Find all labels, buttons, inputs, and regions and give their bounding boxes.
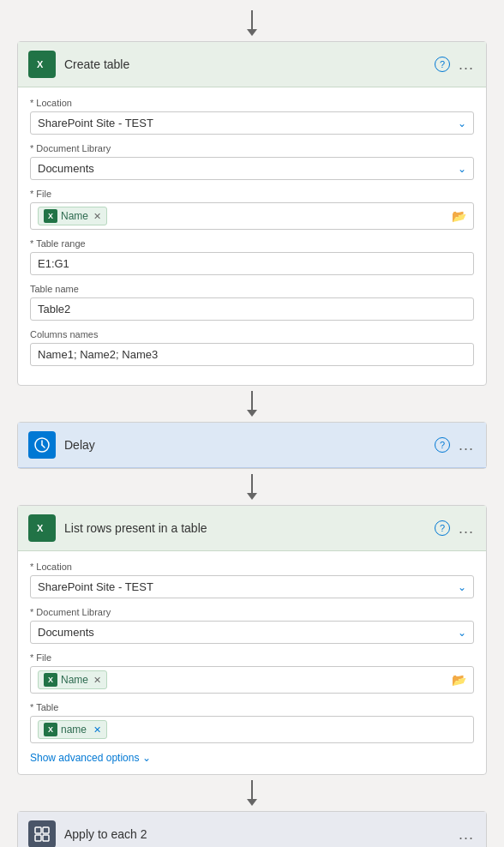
lr-location-dropdown-arrow: ⌄ bbox=[458, 581, 466, 593]
location-label: * Location bbox=[30, 98, 474, 108]
lr-table-field-group: * Table X name ✕ bbox=[30, 702, 474, 743]
arrow-head-1 bbox=[247, 410, 257, 417]
lr-file-field-group: * File X Name ✕ 📂 bbox=[30, 652, 474, 694]
create-table-menu[interactable]: ... bbox=[457, 56, 476, 74]
file-label: * File bbox=[30, 189, 474, 199]
location-field-group: * Location SharePoint Site - TEST ⌄ bbox=[30, 98, 474, 135]
create-table-body: * Location SharePoint Site - TEST ⌄ * Do… bbox=[18, 87, 486, 385]
svg-text:X: X bbox=[37, 59, 44, 69]
file-tag-field[interactable]: X Name ✕ 📂 bbox=[30, 202, 474, 230]
svg-rect-8 bbox=[43, 827, 49, 833]
show-advanced-label: Show advanced options bbox=[30, 752, 139, 764]
doc-library-dropdown[interactable]: Documents ⌄ bbox=[30, 157, 474, 180]
list-rows-header: X List rows present in a table ? ... bbox=[18, 506, 486, 551]
columns-names-label: Columns names bbox=[30, 329, 474, 339]
lr-doc-library-label: * Document Library bbox=[30, 607, 474, 617]
lr-table-tag-text: name bbox=[61, 724, 87, 736]
lr-doc-library-dropdown-arrow: ⌄ bbox=[458, 627, 466, 639]
delay-header: Delay ? ... bbox=[18, 423, 486, 468]
arrow-head bbox=[247, 29, 257, 36]
apply-to-each-header: Apply to each 2 ... bbox=[18, 812, 486, 847]
columns-names-input[interactable]: Name1; Name2; Name3 bbox=[30, 343, 474, 366]
apply-to-each-title: Apply to each 2 bbox=[64, 827, 457, 841]
location-value: SharePoint Site - TEST bbox=[38, 117, 153, 129]
delay-title: Delay bbox=[64, 438, 435, 452]
arrow-2 bbox=[247, 474, 257, 500]
lr-file-tag-field[interactable]: X Name ✕ 📂 bbox=[30, 666, 474, 694]
arrow-head-2 bbox=[247, 493, 257, 500]
create-table-card: X Create table ? ... * Location SharePoi… bbox=[17, 41, 487, 386]
apply-to-each-actions: ... bbox=[457, 826, 476, 844]
delay-icon bbox=[28, 431, 56, 459]
show-advanced-button[interactable]: Show advanced options ⌄ bbox=[30, 752, 474, 764]
lr-file-tag-close[interactable]: ✕ bbox=[93, 675, 101, 686]
columns-names-field-group: Columns names Name1; Name2; Name3 bbox=[30, 329, 474, 366]
delay-menu[interactable]: ... bbox=[457, 436, 476, 454]
lr-file-label: * File bbox=[30, 652, 474, 663]
table-range-input[interactable]: E1:G1 bbox=[30, 252, 474, 275]
excel-icon: X bbox=[28, 51, 56, 78]
arrow-top bbox=[247, 10, 257, 36]
lr-table-tag-field[interactable]: X name ✕ bbox=[30, 716, 474, 743]
table-range-label: * Table range bbox=[30, 238, 474, 249]
delay-help-icon[interactable]: ? bbox=[435, 437, 450, 453]
lr-table-label: * Table bbox=[30, 702, 474, 712]
lr-table-tag-excel-icon: X bbox=[44, 723, 57, 736]
svg-rect-7 bbox=[35, 827, 41, 833]
apply-to-each-icon bbox=[28, 820, 56, 847]
show-advanced-chevron: ⌄ bbox=[142, 752, 151, 764]
lr-doc-library-field-group: * Document Library Documents ⌄ bbox=[30, 607, 474, 644]
lr-location-dropdown[interactable]: SharePoint Site - TEST ⌄ bbox=[30, 575, 474, 598]
delay-actions: ? ... bbox=[435, 436, 476, 454]
svg-line-4 bbox=[42, 445, 45, 448]
file-name-tag: X Name ✕ bbox=[38, 207, 107, 225]
list-rows-card: X List rows present in a table ? ... * L… bbox=[17, 505, 487, 775]
table-name-input[interactable]: Table2 bbox=[30, 297, 474, 321]
arrow-line-2 bbox=[251, 474, 253, 493]
lr-location-field-group: * Location SharePoint Site - TEST ⌄ bbox=[30, 562, 474, 598]
list-rows-title: List rows present in a table bbox=[64, 521, 435, 535]
svg-text:X: X bbox=[37, 523, 44, 533]
lr-file-folder-icon[interactable]: 📂 bbox=[452, 673, 466, 687]
table-name-label: Table name bbox=[30, 284, 474, 294]
list-rows-body: * Location SharePoint Site - TEST ⌄ * Do… bbox=[18, 551, 486, 774]
lr-file-name-tag: X Name ✕ bbox=[38, 670, 107, 689]
apply-to-each-card: Apply to each 2 ... * Select an output f… bbox=[17, 811, 487, 847]
arrow-line bbox=[251, 10, 253, 29]
flow-container: X Create table ? ... * Location SharePoi… bbox=[0, 0, 504, 847]
delay-card: Delay ? ... bbox=[17, 422, 487, 469]
arrow-1 bbox=[247, 391, 257, 417]
location-dropdown-arrow: ⌄ bbox=[458, 117, 466, 129]
lr-file-tag-excel-icon: X bbox=[44, 673, 57, 687]
file-tag-close[interactable]: ✕ bbox=[93, 211, 101, 222]
list-rows-help-icon[interactable]: ? bbox=[435, 520, 450, 536]
file-tag-excel-icon: X bbox=[44, 209, 57, 223]
table-name-field-group: Table name Table2 bbox=[30, 284, 474, 321]
list-rows-menu[interactable]: ... bbox=[457, 520, 476, 538]
lr-table-name-tag: X name ✕ bbox=[38, 720, 107, 739]
create-table-header: X Create table ? ... bbox=[18, 42, 486, 87]
file-tag-text: Name bbox=[61, 210, 88, 222]
apply-to-each-menu[interactable]: ... bbox=[457, 826, 476, 844]
create-table-help-icon[interactable]: ? bbox=[435, 57, 450, 72]
lr-table-tag-close[interactable]: ✕ bbox=[93, 724, 101, 736]
doc-library-field-group: * Document Library Documents ⌄ bbox=[30, 143, 474, 180]
svg-rect-10 bbox=[43, 835, 49, 841]
lr-location-value: SharePoint Site - TEST bbox=[38, 580, 153, 593]
location-dropdown[interactable]: SharePoint Site - TEST ⌄ bbox=[30, 111, 474, 135]
lr-doc-library-value: Documents bbox=[38, 626, 94, 639]
file-field-group: * File X Name ✕ 📂 bbox=[30, 189, 474, 230]
svg-rect-9 bbox=[35, 835, 41, 841]
file-folder-icon[interactable]: 📂 bbox=[452, 209, 466, 223]
table-range-field-group: * Table range E1:G1 bbox=[30, 238, 474, 275]
list-rows-actions: ? ... bbox=[435, 520, 476, 538]
doc-library-label: * Document Library bbox=[30, 143, 474, 153]
lr-file-tag-text: Name bbox=[61, 674, 88, 686]
arrow-line-3 bbox=[251, 780, 253, 799]
create-table-actions: ? ... bbox=[435, 56, 476, 74]
lr-location-label: * Location bbox=[30, 562, 474, 572]
list-rows-excel-icon: X bbox=[28, 514, 56, 542]
arrow-head-3 bbox=[247, 799, 257, 806]
arrow-line-1 bbox=[251, 391, 253, 410]
lr-doc-library-dropdown[interactable]: Documents ⌄ bbox=[30, 621, 474, 644]
